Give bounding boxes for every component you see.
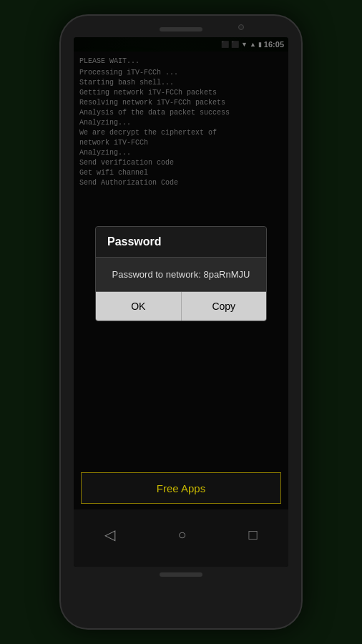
copy-button[interactable]: Copy	[182, 292, 267, 321]
phone-camera	[238, 24, 244, 30]
dialog-content: Password to network: 8paRnMJU	[96, 258, 266, 291]
phone-top-bar	[61, 16, 301, 37]
dialog-buttons: OK Copy	[96, 291, 266, 321]
password-dialog: Password Password to network: 8paRnMJU O…	[95, 226, 267, 321]
phone-device: WIFI HACKER ⬛ ⬛ ▼ ▲ ▮ 16:05 PLEASE WAIT.…	[59, 14, 303, 630]
phone-speaker	[160, 27, 202, 31]
banner-text: Free Apps	[157, 482, 205, 494]
back-button[interactable]: ◁	[99, 520, 121, 549]
ok-button[interactable]: OK	[96, 292, 182, 321]
home-button[interactable]: ○	[172, 521, 192, 549]
navigation-bar: ◁ ○ □	[74, 509, 288, 567]
free-apps-banner[interactable]: Free Apps	[81, 472, 281, 504]
phone-screen: WIFI HACKER ⬛ ⬛ ▼ ▲ ▮ 16:05 PLEASE WAIT.…	[74, 37, 288, 567]
phone-bottom-bar	[160, 572, 202, 577]
dialog-title: Password	[96, 227, 266, 258]
recent-button[interactable]: □	[243, 521, 263, 549]
dialog-overlay: Password Password to network: 8paRnMJU O…	[74, 37, 288, 509]
app-background: WIFI HACKER ⬛ ⬛ ▼ ▲ ▮ 16:05 PLEASE WAIT.…	[74, 37, 288, 567]
